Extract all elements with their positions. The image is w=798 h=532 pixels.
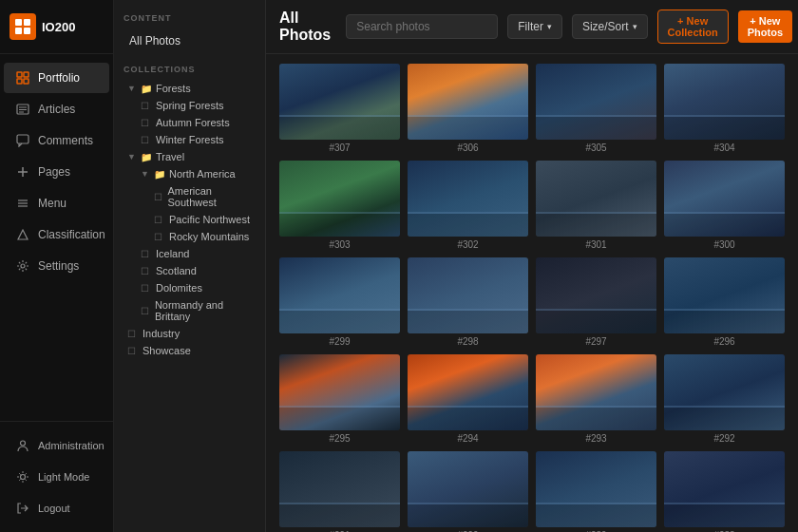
photo-cell-297[interactable]: #297 [536, 257, 656, 347]
photo-cell-289[interactable]: #289 [536, 451, 656, 532]
tree-label-showcase: Showcase [142, 345, 191, 356]
photo-cell-292[interactable]: #292 [664, 354, 785, 444]
photo-thumb-302 [408, 161, 528, 237]
photo-cell-293[interactable]: #293 [536, 354, 656, 444]
photo-cell-290[interactable]: #290 [408, 451, 528, 532]
size-sort-button[interactable]: Size/Sort ▾ [572, 14, 648, 39]
photo-row: #295 #294 #293 #292 [279, 354, 785, 444]
tree-item-forests[interactable]: ▼ 📁 Forests [124, 80, 256, 97]
photo-cell-295[interactable]: #295 [279, 354, 400, 444]
sidebar: IO200 Portfolio [0, 0, 114, 532]
tree-item-dolomites[interactable]: ☐ Dolomites [137, 279, 256, 296]
photo-thumb-296 [664, 257, 785, 333]
photo-label-304: #304 [664, 142, 785, 153]
tree-label-scotland: Scotland [156, 265, 197, 276]
sidebar-item-settings[interactable]: Settings [4, 251, 109, 281]
sidebar-label-portfolio: Portfolio [38, 71, 80, 85]
photo-thumb-290 [408, 451, 528, 527]
photo-cell-288[interactable]: #288 [664, 451, 785, 532]
sidebar-item-comments[interactable]: Comments [4, 125, 109, 156]
folder-icon: 📁 [141, 84, 152, 94]
tree-label-spring-forests: Spring Forests [156, 100, 224, 111]
pages-icon [15, 164, 30, 180]
photo-cell-299[interactable]: #299 [279, 257, 400, 347]
tree-label-american-southwest: American Southwest [168, 185, 252, 208]
photo-cell-300[interactable]: #300 [664, 161, 785, 250]
photo-cell-303[interactable]: #303 [279, 161, 400, 250]
sidebar-label-classification: Classification [38, 228, 105, 241]
photo-thumb-304 [664, 64, 785, 140]
tree-item-winter-forests[interactable]: ☐ Winter Forests [137, 131, 256, 148]
horizon-line [408, 503, 528, 504]
filter-button[interactable]: Filter ▾ [507, 14, 562, 39]
size-sort-label: Size/Sort [582, 20, 629, 33]
photo-thumb-299 [279, 257, 400, 333]
content-panel: CONTENT All Photos COLLECTIONS ▼ 📁 Fores… [114, 0, 266, 532]
horizon-line [664, 503, 785, 504]
photo-thumb-305 [536, 64, 656, 140]
photo-label-307: #307 [279, 142, 400, 153]
new-photos-button[interactable]: + New Photos [738, 10, 792, 43]
photo-cell-294[interactable]: #294 [408, 354, 528, 444]
sidebar-label-logout: Logout [38, 503, 70, 514]
sidebar-item-administration[interactable]: Administration [4, 430, 109, 461]
file-icon: ☐ [141, 266, 152, 276]
photo-row: #303 #302 #301 #300 [279, 161, 785, 250]
sidebar-item-classification[interactable]: Classification [4, 219, 109, 250]
tree-item-travel[interactable]: ▼ 📁 Travel [124, 148, 256, 165]
tree-item-showcase[interactable]: ☐ Showcase [124, 342, 256, 359]
sidebar-label-comments: Comments [38, 134, 93, 147]
tree-item-american-southwest[interactable]: ☐ American Southwest [150, 182, 256, 211]
photo-label-306: #306 [408, 142, 528, 153]
photo-cell-307[interactable]: #307 [279, 64, 400, 153]
search-input[interactable] [346, 14, 498, 39]
photo-label-299: #299 [279, 336, 400, 347]
horizon-line [536, 503, 656, 504]
file-icon: ☐ [127, 329, 139, 339]
photo-cell-298[interactable]: #298 [408, 257, 528, 347]
photo-cell-291[interactable]: #291 [279, 451, 400, 532]
sidebar-item-light-mode[interactable]: Light Mode [4, 462, 109, 492]
new-collection-button[interactable]: + New Collection [657, 10, 729, 44]
sidebar-item-logout[interactable]: Logout [4, 493, 109, 523]
photo-cell-306[interactable]: #306 [408, 64, 528, 153]
tree-item-iceland[interactable]: ☐ Iceland [137, 245, 256, 262]
svg-point-20 [21, 441, 26, 446]
sidebar-item-portfolio[interactable]: Portfolio [4, 63, 109, 93]
file-icon: ☐ [141, 135, 152, 145]
sidebar-item-pages[interactable]: Pages [4, 157, 109, 187]
sidebar-item-articles[interactable]: Articles [4, 94, 109, 124]
tree-item-normandy-brittany[interactable]: ☐ Normandy and Brittany [137, 296, 256, 325]
all-photos-link[interactable]: All Photos [124, 30, 256, 51]
sidebar-item-menu[interactable]: Menu [4, 188, 109, 218]
travel-children: ▼ 📁 North America ☐ American Southwest ☐… [124, 165, 256, 325]
horizon-line [279, 212, 400, 214]
app-logo[interactable]: IO200 [0, 0, 113, 54]
svg-rect-5 [24, 72, 28, 77]
tree-item-rocky-mountains[interactable]: ☐ Rocky Mountains [150, 228, 256, 245]
horizon-line [408, 406, 528, 408]
photo-label-297: #297 [536, 336, 656, 347]
tree-item-autumn-forests[interactable]: ☐ Autumn Forests [137, 114, 256, 131]
svg-marker-18 [18, 230, 28, 239]
folder-icon: 📁 [154, 169, 165, 180]
photo-cell-296[interactable]: #296 [664, 257, 785, 347]
file-icon: ☐ [127, 346, 139, 356]
photo-cell-302[interactable]: #302 [408, 161, 528, 250]
sidebar-label-settings: Settings [38, 259, 79, 273]
photo-thumb-300 [664, 161, 785, 237]
photo-cell-304[interactable]: #304 [664, 64, 785, 153]
photo-cell-305[interactable]: #305 [536, 64, 656, 153]
svg-rect-12 [17, 135, 28, 143]
photo-row: #307 #306 #305 #304 [279, 64, 785, 153]
file-icon: ☐ [141, 249, 152, 259]
tree-item-scotland[interactable]: ☐ Scotland [137, 262, 256, 279]
tree-item-north-america[interactable]: ▼ 📁 North America [137, 165, 256, 182]
tree-item-industry[interactable]: ☐ Industry [124, 325, 256, 342]
filter-label: Filter [518, 20, 543, 33]
horizon-line [664, 115, 785, 117]
north-america-children: ☐ American Southwest ☐ Pacific Northwest… [137, 182, 256, 245]
photo-cell-301[interactable]: #301 [536, 161, 656, 250]
tree-item-spring-forests[interactable]: ☐ Spring Forests [137, 97, 256, 114]
tree-item-pacific-northwest[interactable]: ☐ Pacific Northwest [150, 211, 256, 228]
